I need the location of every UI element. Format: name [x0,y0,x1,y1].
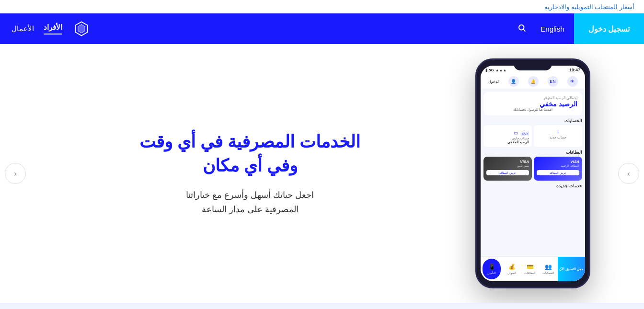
phone-nav-icon-4: 👤 [508,76,519,87]
hero-title: الخدمات المصرفية في أي وقت وفي أي مكان [54,130,447,178]
phone-nav-icon-1: 👁 [567,76,578,87]
cards-title: البطاقات [483,150,582,155]
download-cta[interactable]: حمل التطبيق الآن [558,257,585,281]
svg-point-0 [519,25,524,30]
search-button[interactable] [513,23,531,34]
balance-label: إجمالي الرصيد المتوفر [488,96,577,100]
login-button[interactable]: تسجيل دخول [574,13,644,44]
bottom-strip: ● ● ● [0,303,644,309]
visa-logo-1: VISA [537,160,579,164]
current-account-card: SAR ▭ حساب جاري الرصيد المخفي [483,125,532,147]
digital-card: VISA البطاقة الرقمية عرض البطاقة [534,157,582,181]
phone-nav-icon-3: 🔔 [528,76,539,87]
phone-screen: 19:47 ▲▲▲ 5G ▮ 👁 EN 🔔 👤 الدخول [481,66,585,281]
bottom-nav-strip: ● ● ● [278,307,366,309]
strip-item-2[interactable]: ● [320,307,323,309]
card1-view-btn[interactable]: عرض البطاقة [537,170,579,175]
new-account-card: + حساب جديد [534,125,582,147]
language-switch[interactable]: English [531,25,574,33]
card2-name: سفر بلس [486,164,529,167]
services-title: خدمات جديدة [483,183,582,188]
phone-app-nav: 👁 EN 🔔 👤 الدخول [481,74,585,89]
balance-section: إجمالي الرصيد المتوفر الرصيد مخفي اضغط ه… [483,92,582,115]
phone-frame: 19:47 ▲▲▲ 5G ▮ 👁 EN 🔔 👤 الدخول [475,58,590,288]
phone-network: 5G [489,68,494,72]
tab-cards[interactable]: 💳 البطاقات [521,257,539,281]
tab-insurance[interactable]: 📱 التأمين [483,259,501,279]
new-account-label: حساب جديد [550,136,566,139]
accounts-icon: 👥 [545,263,552,270]
hero-title-line1: الخدمات المصرفية في أي وقت [139,132,360,151]
phone-signal: ▲▲▲ [495,68,507,72]
top-bar-link[interactable]: أسعار المنتجات التمويلية والادخارية [544,3,634,11]
phone-body: إجمالي الرصيد المتوفر الرصيد مخفي اضغط ه… [481,89,585,191]
phone-nav-login: الدخول [488,80,499,84]
hero-subtitle-line2: المصرفية على مدار الساعة [202,205,299,214]
nav-business[interactable]: الأعمال [12,24,34,33]
prev-arrow[interactable]: ‹ [5,163,26,184]
top-bar: أسعار المنتجات التمويلية والادخارية [0,0,644,13]
app-bottom-bar: حمل التطبيق الآن 👥 الحسابات 💳 البطاقات 💰… [481,256,585,281]
next-arrow[interactable]: › [618,163,639,184]
cards-tab-label: البطاقات [524,271,536,275]
phone-status-right: ▲▲▲ 5G ▮ [485,68,506,72]
cards-icon: 💳 [527,263,534,270]
logo [72,19,91,38]
card2-view-btn[interactable]: عرض البطاقة [486,170,529,175]
accounts-title: الحسابات [483,118,582,123]
balance-link: اضغط هنا للوصول لحساباتك [488,108,577,112]
hero-subtitle: اجعل حياتك أسهل وأسرع مع خياراتنا المصرف… [54,188,447,217]
services-section: خدمات جديدة [483,183,582,188]
phone-mockup: 19:47 ▲▲▲ 5G ▮ 👁 EN 🔔 👤 الدخول [475,58,590,288]
cards-section: البطاقات VISA البطاقة الرقمية عرض البطاق… [483,150,582,181]
hero-subtitle-line1: اجعل حياتك أسهل وأسرع مع خياراتنا [186,190,314,200]
current-account-label: حساب جاري [486,137,529,140]
nav-left: الأفراد الأعمال [0,19,103,38]
travel-card: VISA سفر بلس عرض البطاقة [483,157,532,181]
svg-marker-3 [78,24,85,33]
card1-name: البطاقة الرقمية [537,164,579,167]
visa-logo-2: VISA [486,160,529,164]
accounts-tab-label: الحسابات [542,271,554,275]
tab-accounts[interactable]: 👥 الحسابات [540,257,558,281]
insurance-icon: 📱 [488,263,495,270]
hidden-balance-label: الرصيد المخفي [486,140,529,144]
finance-tab-label: التمويل [507,271,517,275]
accounts-section: الحسابات + حساب جديد SAR ▭ حساب جاري [483,118,582,147]
nav-right: تسجيل دخول English [513,13,644,44]
add-icon: + [537,128,579,136]
hero-section: ‹ 19:47 ▲▲▲ 5G ▮ [0,44,644,303]
navbar: تسجيل دخول English الأفراد الأعمال [0,13,644,44]
accounts-grid: + حساب جديد SAR ▭ حساب جاري الرصيد المخف… [483,125,582,147]
finance-icon: 💰 [508,263,516,270]
strip-item-1[interactable]: ● [362,307,366,309]
balance-value: الرصيد مخفي [488,100,577,108]
cards-grid: VISA البطاقة الرقمية عرض البطاقة VISA سف… [483,157,582,181]
hero-content: 19:47 ▲▲▲ 5G ▮ 👁 EN 🔔 👤 الدخول [34,58,610,288]
card-icon: ▭ [514,130,518,136]
phone-nav-icon-2: EN [548,76,558,87]
hero-text: الخدمات المصرفية في أي وقت وفي أي مكان ا… [54,130,447,217]
strip-item-3[interactable]: ● [278,307,282,309]
phone-notch [514,60,552,70]
sar-badge: SAR [520,132,529,136]
svg-line-1 [524,29,526,31]
hero-title-line2: وفي أي مكان [203,156,298,175]
tab-finance[interactable]: 💰 التمويل [503,257,521,281]
nav-individuals[interactable]: الأفراد [44,23,62,34]
insurance-tab-label: التأمين [487,271,496,275]
phone-time: 19:47 [569,68,580,72]
phone-battery-icon: ▮ [485,68,487,72]
